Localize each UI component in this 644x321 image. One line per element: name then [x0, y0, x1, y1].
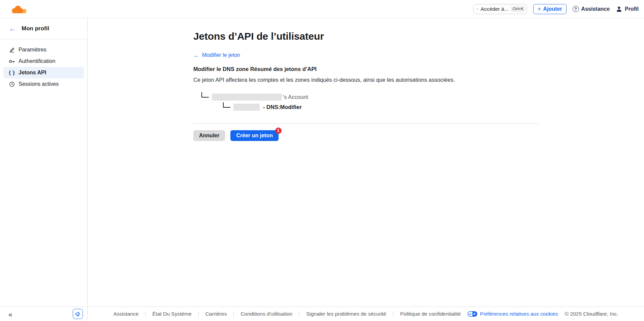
search-placeholder: Accéder à... — [481, 6, 509, 12]
footer-divider — [393, 311, 393, 317]
search-input[interactable]: Accéder à... Ctrl+K — [473, 4, 527, 14]
token-description: Ce jeton API affectera les comptes et le… — [193, 77, 538, 83]
sidebar-item-jetons-api[interactable]: { } Jetons API — [3, 67, 84, 78]
back-to-edit-token-link[interactable]: ← Modifier le jeton — [193, 52, 240, 58]
redacted-account-name — [212, 94, 282, 101]
privacy-options-icon — [468, 311, 477, 317]
sidebar-item-sessions-actives[interactable]: Sessions actives — [3, 78, 84, 90]
sidebar-item-parametres[interactable]: Paramètres — [3, 44, 84, 56]
pencil-icon — [9, 47, 15, 53]
sidebar-title: Mon profil — [22, 25, 49, 32]
braces-icon: { } — [9, 70, 15, 75]
add-button-label: Ajouter — [543, 6, 562, 12]
top-header: Accéder à... Ctrl+K + Ajouter ? Assistan… — [0, 0, 644, 18]
sidebar-footer: « — [0, 307, 87, 321]
create-token-label: Créer un jeton — [236, 133, 272, 138]
footer-divider — [233, 311, 234, 317]
tree-connector-icon — [223, 102, 230, 108]
account-suffix-label: 's Account — [283, 94, 308, 100]
page-content: Jetons d’API de l’utilisateur ← Modifier… — [193, 18, 538, 141]
tree-row-account: 's Account — [201, 92, 538, 102]
permissions-tree: 's Account - DNS:Modifier — [193, 92, 538, 112]
cloudflare-logo-icon[interactable] — [10, 4, 27, 14]
zone-permission-label: - DNS:Modifier — [263, 104, 302, 110]
back-link-label: Modifier le jeton — [202, 52, 240, 58]
add-button[interactable]: + Ajouter — [533, 4, 567, 14]
tree-connector-icon — [201, 92, 209, 98]
key-icon — [9, 59, 15, 64]
footer-link-report-security[interactable]: Signaler les problèmes de sécurité — [306, 311, 386, 317]
cloudflare-dashboard: Accéder à... Ctrl+K + Ajouter ? Assistan… — [0, 0, 644, 321]
search-icon — [477, 6, 478, 12]
profile-menu[interactable]: Profil — [616, 6, 639, 12]
sidebar-item-authentification[interactable]: Authentification — [3, 56, 84, 67]
left-arrow-icon: ← — [193, 52, 199, 58]
footer-link-privacy[interactable]: Politique de confidentialité — [400, 311, 461, 317]
assistance-label: Assistance — [581, 6, 610, 12]
page-footer: Assistance État Du Système Carrières Con… — [88, 307, 644, 321]
main-area: Jetons d’API de l’utilisateur ← Modifier… — [88, 18, 644, 321]
sidebar-header: ← Mon profil — [0, 18, 87, 39]
sidebar-item-label: Paramètres — [19, 47, 46, 53]
collapse-sidebar-icon[interactable]: « — [8, 311, 12, 318]
sidebar: ← Mon profil Paramètres — [0, 18, 88, 321]
announcements-button[interactable] — [73, 309, 83, 319]
cookie-preferences-link[interactable]: Préférences relatives aux cookies — [468, 311, 558, 317]
action-buttons: Annuler Créer un jeton 1 — [193, 130, 538, 141]
clock-icon — [9, 81, 15, 87]
sidebar-item-label: Sessions actives — [19, 81, 59, 87]
back-arrow-icon[interactable]: ← — [9, 25, 16, 32]
search-shortcut-badge: Ctrl+K — [511, 6, 525, 12]
person-icon — [616, 6, 622, 12]
page-title: Jetons d’API de l’utilisateur — [193, 30, 538, 42]
assistance-menu[interactable]: ? Assistance — [573, 6, 610, 12]
copyright-text: © 2025 Cloudflare, Inc. — [565, 311, 618, 317]
megaphone-icon — [75, 311, 81, 317]
create-token-button[interactable]: Créer un jeton 1 — [230, 130, 278, 141]
footer-divider — [198, 311, 199, 317]
footer-link-careers[interactable]: Carrières — [205, 311, 227, 317]
cancel-button[interactable]: Annuler — [193, 130, 225, 141]
footer-link-terms[interactable]: Conditions d'utilisation — [240, 311, 292, 317]
sidebar-nav: Paramètres Authentification { } — [0, 39, 87, 95]
token-summary-title: Modifier le DNS zone Résumé des jetons d… — [193, 66, 538, 72]
section-divider — [193, 123, 538, 124]
sidebar-item-label: Authentification — [19, 58, 55, 64]
header-actions: Accéder à... Ctrl+K + Ajouter ? Assistan… — [473, 4, 639, 14]
cookie-preferences-label: Préférences relatives aux cookies — [480, 311, 558, 317]
tree-row-zone: - DNS:Modifier — [223, 102, 538, 112]
footer-link-system-status[interactable]: État Du Système — [152, 311, 191, 317]
footer-link-assistance[interactable]: Assistance — [113, 311, 138, 317]
plus-icon: + — [538, 6, 541, 12]
sidebar-item-label: Jetons API — [19, 70, 46, 76]
redacted-zone-name — [233, 104, 260, 111]
footer-divider — [299, 311, 299, 317]
notification-badge: 1 — [275, 128, 282, 134]
footer-divider — [145, 311, 146, 317]
help-icon: ? — [573, 6, 579, 12]
profile-label: Profil — [625, 6, 639, 12]
